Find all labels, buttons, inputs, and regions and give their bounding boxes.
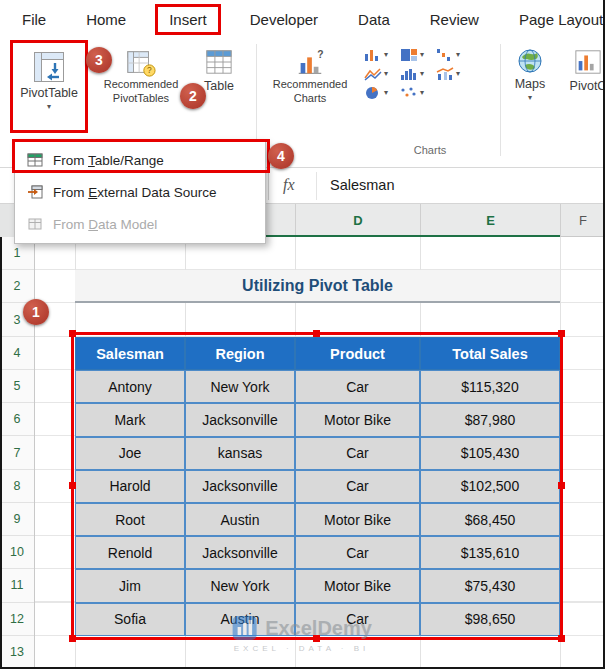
insert-statistic-chart-button[interactable]: ▾	[400, 67, 424, 81]
table-range-icon	[27, 152, 43, 168]
pivottable-button[interactable]: PivotTable ▾	[10, 40, 88, 133]
menu-item-from-data-model[interactable]: From Data Model	[15, 208, 265, 240]
table-cell[interactable]: Antony	[75, 370, 185, 403]
row-header[interactable]: 4	[0, 337, 34, 370]
table-cell[interactable]: kansas	[185, 437, 295, 470]
table-header-cell[interactable]: Salesman	[75, 337, 185, 370]
insert-column-chart-button[interactable]: ▾	[364, 48, 388, 62]
column-header-e[interactable]: E	[420, 204, 560, 237]
row-header[interactable]: 10	[0, 536, 34, 569]
formula-bar-value[interactable]: Salesman	[330, 177, 394, 193]
insert-hierarchy-chart-button[interactable]: ▾	[400, 48, 424, 62]
chevron-down-icon: ▾	[420, 89, 424, 97]
table-header-cell[interactable]: Total Sales	[420, 337, 560, 370]
column-header-d[interactable]: D	[295, 204, 420, 237]
table-cell[interactable]: Austin	[185, 603, 295, 636]
insert-function-button[interactable]: fx	[283, 176, 295, 194]
chevron-down-icon: ▾	[47, 103, 51, 111]
table-cell[interactable]: $105,430	[420, 437, 560, 470]
table-cell[interactable]: $135,610	[420, 536, 560, 569]
hierarchy-chart-icon	[400, 48, 418, 62]
worksheet-grid: 1 2 3 4 5 6 7 8 9 10 11 12 13 Utilizing …	[0, 237, 603, 669]
table-header-cell[interactable]: Product	[295, 337, 420, 370]
table-cell[interactable]: Motor Bike	[295, 569, 420, 602]
insert-combo-chart-button[interactable]: ▾	[436, 67, 460, 81]
table-cell[interactable]: Jacksonville	[185, 403, 295, 436]
row-header[interactable]: 7	[0, 436, 34, 469]
tab-data[interactable]: Data	[358, 11, 390, 28]
table-header-cell[interactable]: Region	[185, 337, 295, 370]
tab-insert[interactable]: Insert	[155, 4, 221, 35]
menu-item-from-external-data-source[interactable]: From External Data Source	[15, 176, 265, 208]
recommended-charts-button[interactable]: ? Recommended Charts	[264, 48, 356, 106]
table-cell[interactable]: Car	[295, 437, 420, 470]
table-cell[interactable]: Motor Bike	[295, 403, 420, 436]
recommended-pivottables-label-line2: PivotTables	[113, 92, 169, 106]
maps-label: Maps	[515, 77, 546, 93]
chevron-down-icon: ▾	[384, 51, 388, 59]
chevron-down-icon: ▾	[456, 70, 460, 78]
column-header-f[interactable]: F	[560, 204, 605, 237]
pivottable-label: PivotTable	[20, 86, 78, 102]
scatter-chart-icon	[400, 86, 418, 100]
pie-chart-icon	[364, 86, 382, 100]
chevron-down-icon: ▾	[384, 89, 388, 97]
tab-page-layout[interactable]: Page Layout	[519, 11, 603, 28]
insert-pie-chart-button[interactable]: ▾	[364, 86, 388, 100]
recommended-pivottables-label-line1: Recommended	[104, 78, 179, 92]
excel-window: File Home Insert Developer Data Review P…	[0, 0, 605, 669]
svg-text:?: ?	[317, 49, 323, 60]
row-header[interactable]: 12	[0, 603, 34, 636]
table-cell[interactable]: Austin	[185, 503, 295, 536]
row-header[interactable]: 9	[0, 503, 34, 536]
row-header[interactable]: 8	[0, 470, 34, 503]
pivotchart-button[interactable]: PivotC	[556, 48, 605, 95]
table-cell[interactable]: Sofia	[75, 603, 185, 636]
table-cell[interactable]: Jacksonville	[185, 536, 295, 569]
table-cell[interactable]: Jacksonville	[185, 470, 295, 503]
table-cell[interactable]: Mark	[75, 403, 185, 436]
tab-review[interactable]: Review	[430, 11, 479, 28]
table-cell[interactable]: New York	[185, 569, 295, 602]
table-cell[interactable]: $102,500	[420, 470, 560, 503]
table-cell[interactable]: Joe	[75, 437, 185, 470]
table-cell[interactable]: Car	[295, 370, 420, 403]
row-header[interactable]: 6	[0, 403, 34, 436]
table-cell[interactable]: Motor Bike	[295, 503, 420, 536]
step-badge-4: 4	[268, 143, 294, 169]
table-cell[interactable]: $75,430	[420, 569, 560, 602]
row-header[interactable]: 13	[0, 636, 34, 669]
menu-item-label: From Table/Range	[53, 153, 164, 168]
tab-developer[interactable]: Developer	[250, 11, 318, 28]
table-cell[interactable]: $87,980	[420, 403, 560, 436]
row-header[interactable]: 2	[0, 270, 34, 303]
maps-button[interactable]: Maps ▾	[506, 48, 554, 102]
chevron-down-icon: ▾	[528, 94, 532, 102]
menu-item-from-table-range[interactable]: From Table/Range	[15, 144, 265, 176]
table-cell[interactable]: Car	[295, 536, 420, 569]
table-cell[interactable]: Jim	[75, 569, 185, 602]
step-badge-3: 3	[86, 47, 112, 73]
sheet-title-cell[interactable]: Utilizing Pivot Table	[75, 270, 560, 303]
name-box-divider	[268, 172, 269, 200]
chevron-down-icon: ▾	[420, 70, 424, 78]
tab-file[interactable]: File	[22, 11, 46, 28]
table-cell[interactable]: New York	[185, 370, 295, 403]
table-cell[interactable]: Harold	[75, 470, 185, 503]
table-cell[interactable]: Root	[75, 503, 185, 536]
insert-scatter-chart-button[interactable]: ▾	[400, 86, 424, 100]
table-cell[interactable]: $98,650	[420, 603, 560, 636]
table-cell[interactable]: Car	[295, 603, 420, 636]
insert-line-chart-button[interactable]: ▾	[364, 67, 388, 81]
line-chart-icon	[364, 67, 382, 81]
step-badge-1: 1	[23, 299, 49, 325]
insert-waterfall-chart-button[interactable]: ▾	[436, 48, 460, 62]
row-header[interactable]: 11	[0, 569, 34, 602]
charts-group-label: Charts	[350, 144, 510, 156]
tab-home[interactable]: Home	[86, 11, 126, 28]
table-cell[interactable]: Renold	[75, 536, 185, 569]
row-header[interactable]: 5	[0, 370, 34, 403]
table-cell[interactable]: Car	[295, 470, 420, 503]
table-cell[interactable]: $115,320	[420, 370, 560, 403]
table-cell[interactable]: $68,450	[420, 503, 560, 536]
